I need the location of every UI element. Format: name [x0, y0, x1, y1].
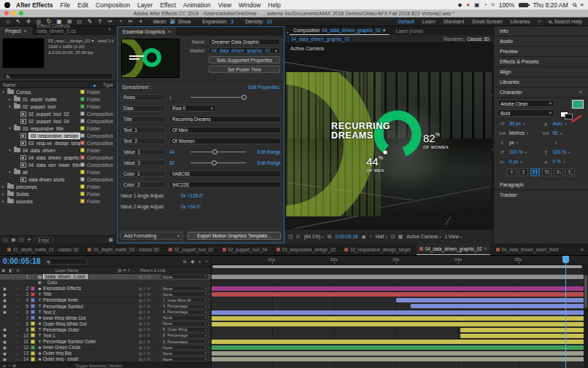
menu-window[interactable]: Window	[239, 1, 260, 9]
layer-switches[interactable]: ◍ ƒ ⊘	[128, 316, 160, 320]
layer-track-row[interactable]	[212, 316, 588, 321]
timeline-search-input[interactable]	[45, 258, 87, 265]
layer-track-row[interactable]	[212, 280, 588, 286]
layer-name[interactable]: Text 2	[43, 310, 128, 315]
layer-switches[interactable]: ◍ ƒ ⊘	[128, 286, 160, 291]
timeline-tab[interactable]: 01_depth_matte_03 - classic 3D	[85, 243, 162, 256]
project-item[interactable]: 02_puppet_tool_04Composition	[0, 117, 116, 125]
layer-track-row[interactable]	[212, 339, 588, 345]
tsume-control[interactable]: ⊿0 %▾	[541, 157, 585, 166]
layer-name[interactable]: Inner Ring White Dot	[43, 316, 128, 321]
tab-layer-viewer[interactable]: Layer (none)	[391, 27, 428, 35]
search-help[interactable]: Search Help	[549, 19, 582, 24]
layer-switches[interactable]: ◍ ƒ ⊘	[128, 298, 160, 302]
status-app-icon[interactable]: ◆	[458, 1, 463, 8]
layer-name[interactable]: Data	[43, 280, 128, 285]
layer-switches[interactable]: ◍ ƒ ⊘	[128, 275, 160, 279]
stroke-width-control[interactable]: ≡px▾	[498, 138, 541, 147]
status-record-icon[interactable]: ●	[466, 1, 470, 8]
fill-stroke-swatches[interactable]	[559, 100, 584, 117]
layer-twirl-icon[interactable]: ›	[17, 357, 22, 361]
layer-track-row[interactable]	[212, 345, 588, 351]
faux-style-button[interactable]: T¹	[554, 168, 563, 176]
puppet-pin-tool[interactable]: ⌖	[137, 18, 144, 26]
project-item[interactable]: ▸precompsFolder	[0, 183, 116, 190]
twirl-icon[interactable]: ▾	[9, 148, 14, 152]
property-value[interactable]: 1	[169, 95, 187, 100]
layer-label-chip[interactable]	[31, 286, 35, 291]
edit-range-link[interactable]: Edit Range	[258, 149, 281, 154]
viewer-timecode[interactable]: 0:00:05:18	[336, 234, 358, 239]
slider-knob[interactable]	[212, 149, 217, 154]
layer-track-row[interactable]	[212, 274, 588, 280]
panel-effects-presets[interactable]: Effects & Presets	[494, 57, 588, 67]
layer-track-row[interactable]	[212, 356, 588, 362]
panel-preview[interactable]: Preview	[494, 47, 588, 57]
apple-menu-icon[interactable]	[4, 2, 10, 8]
layer-visibility-toggle[interactable]: ◉	[1, 351, 8, 356]
property-input[interactable]: 0ABC66	[169, 171, 281, 177]
workspace-learn[interactable]: Learn	[422, 19, 436, 24]
comp-mini-flowchart-icon[interactable]: ≣	[182, 259, 187, 265]
label-color-chip[interactable]	[80, 199, 85, 203]
parent-link-dropdown[interactable]: None▾	[160, 286, 209, 291]
tracking-control[interactable]: V⁄A50▾	[541, 128, 585, 138]
panel-libraries[interactable]: Libraries	[494, 77, 588, 87]
parent-link-dropdown[interactable]: None▾	[160, 274, 209, 279]
project-item[interactable]: ▸01_depth_matteFolder	[0, 95, 116, 103]
layer-twirl-icon[interactable]: ›	[17, 316, 22, 320]
time-ruler[interactable]: 01s02s03s04s05s	[212, 256, 588, 265]
parent-link-dropdown[interactable]: None▾	[160, 316, 209, 321]
tab-project[interactable]: Project≡	[0, 26, 32, 35]
kerning-control[interactable]: V/AMetrics▾	[498, 128, 541, 138]
panel-menu-icon[interactable]: ≡	[484, 246, 487, 251]
layer-twirl-icon[interactable]: ›	[17, 327, 22, 332]
layer-track-row[interactable]	[212, 351, 588, 356]
layer-name[interactable]: Expression Effects	[43, 286, 128, 291]
menu-view[interactable]: View	[218, 1, 231, 9]
label-color-chip[interactable]	[80, 141, 85, 145]
expansion-value[interactable]: 3	[231, 19, 233, 24]
layer-switches[interactable]: ◍ ƒ ⊘	[128, 310, 160, 314]
twirl-icon[interactable]: ▾	[9, 126, 14, 130]
font-style-dropdown[interactable]: Bold▾	[498, 109, 554, 117]
status-clock-icon[interactable]: ◔	[484, 1, 487, 8]
property-slider[interactable]	[190, 94, 246, 101]
clone-stamp-tool[interactable]: ◔	[117, 18, 124, 26]
layer-visibility-toggle[interactable]: ◉	[1, 286, 8, 291]
workspace-libraries[interactable]: Libraries	[511, 19, 530, 24]
delete-icon[interactable]: ▦	[109, 237, 113, 243]
layer-visibility-toggle[interactable]: ◉	[1, 357, 8, 361]
layer-visibility-toggle[interactable]: ◉	[1, 345, 8, 350]
layer-track-row[interactable]	[212, 297, 588, 303]
work-area-bar[interactable]	[212, 265, 588, 269]
composition-viewport[interactable]: RECURRING DREAMS 44% OF MEN 82% OF WOMEN…	[285, 43, 493, 229]
property-dropdown[interactable]: Row 0▾	[169, 105, 216, 111]
menu-animation[interactable]: Animation	[183, 1, 211, 9]
layer-name[interactable]: Percentage Symbol Outer	[43, 339, 128, 344]
toggle-switches-modes-button[interactable]: Toggle Switches / Modes	[16, 364, 182, 368]
parent-link-dropdown[interactable]: 9. Percentage▾	[160, 333, 209, 338]
layer-duration-bar[interactable]	[212, 316, 588, 321]
layer-row[interactable]: ›8★Outer Ring White Dot◍ ƒ ⊘None▾	[0, 321, 211, 327]
parent-link-column-header[interactable]: Parent & Link	[140, 268, 166, 273]
name-column-header[interactable]: Name	[3, 82, 15, 87]
faux-style-button[interactable]: T	[519, 168, 528, 176]
label-color-chip[interactable]	[80, 90, 85, 94]
parent-link-dropdown[interactable]: None▾	[160, 356, 209, 361]
panel-menu-icon[interactable]: ≡	[383, 28, 386, 33]
parent-link-dropdown[interactable]: 8. Outer Ring▾	[160, 327, 209, 332]
layer-track-row[interactable]	[212, 321, 588, 327]
font-size-control[interactable]: тT30 px▾	[498, 119, 541, 128]
project-item[interactable]: 04_data_driven_graphic_02Composition	[0, 154, 116, 161]
project-search-input[interactable]	[3, 73, 113, 79]
project-item[interactable]: ▾altFolder	[0, 168, 116, 176]
label-color-chip[interactable]	[80, 104, 85, 109]
panel-audio[interactable]: Audio	[494, 36, 588, 47]
panel-align[interactable]: Align	[494, 67, 588, 77]
property-input[interactable]: Of Men	[169, 127, 281, 133]
selection-tool[interactable]: ↖	[15, 18, 22, 26]
twirl-icon[interactable]: ▾	[2, 90, 7, 94]
layer-label-chip[interactable]	[31, 310, 35, 314]
property-value[interactable]: 82	[169, 160, 187, 165]
